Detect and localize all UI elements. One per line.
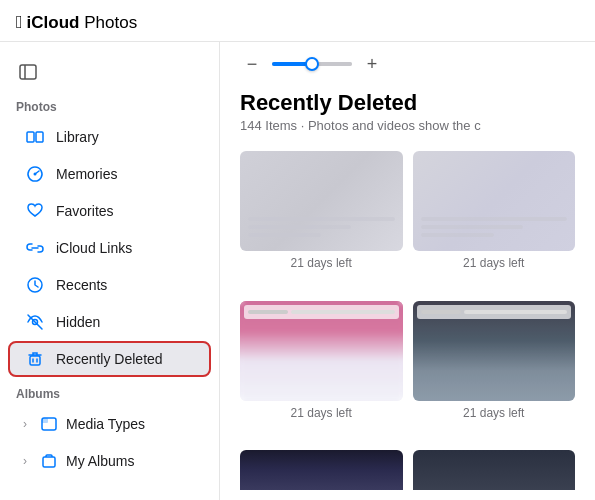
svg-rect-9 — [30, 356, 40, 365]
photo-thumbnail-5 — [240, 450, 403, 490]
albums-section: Albums › Media Types › — [0, 383, 219, 479]
main-container: Photos Library Memories — [0, 42, 595, 500]
photo-label-4: 21 days left — [463, 406, 524, 420]
sidebar-item-recents[interactable]: Recents — [8, 267, 211, 303]
apple-icon:  — [16, 12, 23, 33]
photo-label-3: 21 days left — [291, 406, 352, 420]
sidebar: Photos Library Memories — [0, 42, 220, 500]
photo-label-1: 21 days left — [291, 256, 352, 270]
sidebar-item-media-types-label: Media Types — [66, 416, 145, 432]
photo-thumbnail-3 — [240, 301, 403, 401]
sidebar-item-hidden[interactable]: Hidden — [8, 304, 211, 340]
photo-label-2: 21 days left — [463, 256, 524, 270]
photo-thumbnail-4 — [413, 301, 576, 401]
photos-grid-bottom — [220, 450, 595, 500]
sidebar-item-my-albums-label: My Albums — [66, 453, 134, 469]
recents-icon — [24, 274, 46, 296]
memories-icon — [24, 163, 46, 185]
sidebar-item-recents-label: Recents — [56, 277, 107, 293]
thumb-line — [248, 217, 395, 221]
favorites-icon — [24, 200, 46, 222]
photo-thumbnail-2 — [413, 151, 576, 251]
sidebar-toggle-button[interactable] — [12, 58, 44, 86]
photos-section-label: Photos — [0, 96, 219, 118]
svg-line-7 — [28, 315, 42, 329]
photo-thumbnail-1 — [240, 151, 403, 251]
albums-section-label: Albums — [0, 383, 219, 405]
thumb-lines-2 — [421, 217, 568, 241]
chevron-right-icon-2: › — [18, 454, 32, 468]
thumb-line — [421, 225, 524, 229]
icloud-links-icon — [24, 237, 46, 259]
thumb-line — [248, 225, 351, 229]
content-header: Recently Deleted 144 Items · Photos and … — [220, 86, 595, 141]
svg-rect-13 — [42, 418, 48, 423]
sidebar-item-recently-deleted-label: Recently Deleted — [56, 351, 163, 367]
svg-rect-2 — [27, 132, 34, 142]
sidebar-item-favorites[interactable]: Favorites — [8, 193, 211, 229]
hidden-icon — [24, 311, 46, 333]
content-toolbar: − + — [220, 42, 595, 86]
photos-grid: 21 days left 21 days left — [220, 141, 595, 450]
chevron-right-icon: › — [18, 417, 32, 431]
sidebar-item-my-albums[interactable]: › My Albums — [8, 443, 211, 479]
sidebar-item-recently-deleted[interactable]: Recently Deleted — [8, 341, 211, 377]
sidebar-item-media-types[interactable]: › Media Types — [8, 406, 211, 442]
photo-item-1[interactable]: 21 days left — [240, 151, 403, 291]
zoom-out-button[interactable]: − — [240, 52, 264, 76]
my-albums-icon — [38, 450, 60, 472]
photo-thumbnail-6 — [413, 450, 576, 490]
thumb-lines-1 — [248, 217, 395, 241]
svg-rect-14 — [43, 457, 55, 467]
photo-item-2[interactable]: 21 days left — [413, 151, 576, 291]
sidebar-item-memories[interactable]: Memories — [8, 156, 211, 192]
app-logo:  iCloud Photos — [16, 12, 137, 33]
zoom-slider-track — [272, 62, 352, 66]
sidebar-item-hidden-label: Hidden — [56, 314, 100, 330]
trash-icon — [24, 348, 46, 370]
sidebar-toggle-area — [0, 52, 219, 96]
thumb-line — [421, 233, 494, 237]
photo-item-4[interactable]: 21 days left — [413, 301, 576, 441]
zoom-slider[interactable] — [272, 62, 352, 66]
content-subtitle: 144 Items · Photos and videos show the c — [240, 118, 575, 133]
svg-rect-0 — [20, 65, 36, 79]
sidebar-item-library-label: Library — [56, 129, 99, 145]
svg-point-4 — [34, 173, 37, 176]
sidebar-item-favorites-label: Favorites — [56, 203, 114, 219]
content-title: Recently Deleted — [240, 90, 575, 116]
svg-rect-3 — [36, 132, 43, 142]
thumb-line — [248, 233, 321, 237]
content-area: − + Recently Deleted 144 Items · Photos … — [220, 42, 595, 500]
thumb-line — [421, 217, 568, 221]
zoom-slider-thumb — [305, 57, 319, 71]
media-types-icon — [38, 413, 60, 435]
sidebar-item-icloud-links[interactable]: iCloud Links — [8, 230, 211, 266]
app-title: iCloud Photos — [27, 13, 138, 33]
panel-icon — [18, 62, 38, 82]
sidebar-item-memories-label: Memories — [56, 166, 117, 182]
sidebar-item-icloud-links-label: iCloud Links — [56, 240, 132, 256]
sidebar-item-library[interactable]: Library — [8, 119, 211, 155]
photo-item-3[interactable]: 21 days left — [240, 301, 403, 441]
library-icon — [24, 126, 46, 148]
app-header:  iCloud Photos — [0, 0, 595, 42]
zoom-in-button[interactable]: + — [360, 52, 384, 76]
